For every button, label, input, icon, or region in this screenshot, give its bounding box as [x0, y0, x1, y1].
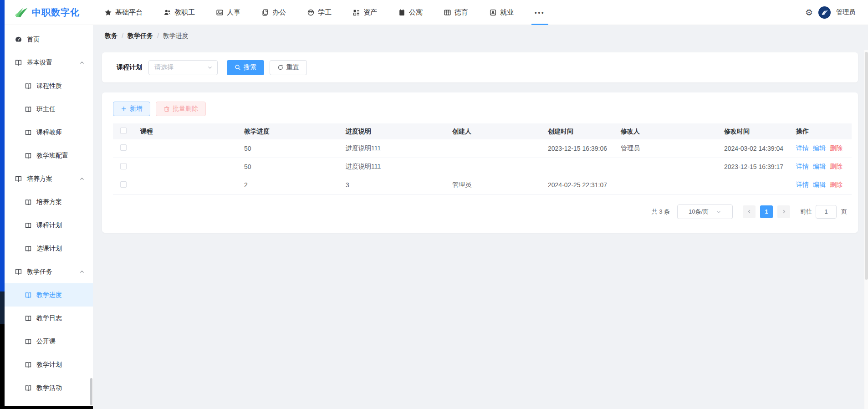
detail-link[interactable]: 详情 [796, 181, 809, 188]
sidebar-item-label: 基本设置 [27, 59, 52, 67]
sidebar-item-培养方案[interactable]: 培养方案 [5, 190, 93, 214]
topnav-item-picture[interactable]: 人事 [205, 0, 251, 25]
book-icon [25, 129, 32, 136]
current-user-name[interactable]: 管理员 [836, 8, 855, 16]
filter-card: 课程计划 请选择 搜索 重置 [102, 52, 858, 82]
leaf-icon [15, 6, 28, 18]
sidebar-scrollbar-thumb[interactable] [90, 378, 92, 405]
book-icon [25, 222, 32, 229]
page-size-select[interactable]: 10条/页 [677, 204, 733, 219]
goto-label: 前往 [800, 208, 812, 216]
table-cell [617, 158, 720, 176]
edit-link[interactable]: 编辑 [813, 181, 826, 188]
next-page-button[interactable] [777, 205, 790, 218]
prev-page-button[interactable] [743, 205, 756, 218]
pagination: 共 3 条 10条/页 1 前往 [113, 204, 847, 219]
breadcrumb-item[interactable]: 教务 [105, 32, 117, 40]
book-icon [15, 59, 22, 66]
sidebar-item-班主任[interactable]: 班主任 [5, 97, 93, 121]
sidebar-item-课程性质[interactable]: 课程性质 [5, 74, 93, 97]
book-icon [25, 291, 32, 299]
brand[interactable]: 中职数字化 [5, 6, 94, 19]
trash-icon [163, 106, 170, 112]
book-icon [15, 175, 22, 183]
table-cell: 管理员 [449, 176, 544, 194]
batch-delete-button[interactable]: 批量删除 [156, 102, 206, 116]
sidebar-item-label: 课程计划 [36, 221, 62, 230]
add-button[interactable]: 新增 [113, 102, 150, 116]
chevron-down-icon [716, 209, 721, 215]
sidebar-item-选课计划[interactable]: 选课计划 [5, 237, 93, 260]
sidebar-item-首页[interactable]: 首页 [5, 28, 93, 51]
row-checkbox[interactable] [120, 163, 127, 169]
sidebar: 首页基本设置课程性质班主任课程教师教学班配置培养方案培养方案课程计划选课计划教学… [5, 25, 93, 409]
row-checkbox[interactable] [120, 181, 127, 188]
row-checkbox[interactable] [120, 144, 127, 151]
table-cell: 2023-12-15 16:39:17 [720, 158, 792, 176]
topnav-item-asset-list[interactable]: 资产 [342, 0, 388, 25]
column-header: 创建人 [449, 123, 544, 139]
table-cell [449, 139, 544, 158]
sidebar-item-教学任务[interactable]: 教学任务 [5, 260, 93, 283]
reset-button[interactable]: 重置 [270, 60, 307, 75]
sidebar-item-label: 公开课 [36, 337, 56, 346]
search-button[interactable]: 搜索 [227, 60, 264, 75]
sidebar-item-课程计划[interactable]: 课程计划 [5, 214, 93, 237]
sidebar-item-教学活动[interactable]: 教学活动 [5, 376, 93, 399]
topnav-item-documents[interactable]: 办公 [251, 0, 296, 25]
sidebar-item-教学班配置[interactable]: 教学班配置 [5, 144, 93, 167]
table-toolbar: 新增 批量删除 [113, 102, 847, 116]
sidebar-item-教学进度[interactable]: 教学进度 [5, 283, 93, 307]
topnav-item-users[interactable]: 教职工 [153, 0, 205, 25]
edit-link[interactable]: 编辑 [813, 163, 826, 170]
topnav-item-badge[interactable]: 就业 [479, 0, 524, 25]
book-icon [25, 245, 32, 252]
table-cell [720, 176, 792, 194]
column-header: 操作 [792, 123, 852, 139]
gear-icon[interactable]: ⚙ [805, 8, 813, 17]
book-icon [25, 361, 32, 368]
topnav-item-more[interactable]: ••• [524, 0, 556, 25]
column-header: 教学进度 [240, 123, 342, 139]
page-size-value: 10条/页 [689, 208, 709, 216]
topnav-item-student[interactable]: 学工 [296, 0, 342, 25]
chevron-down-icon [207, 65, 213, 70]
detail-link[interactable]: 详情 [796, 163, 809, 170]
chevron-up-icon [79, 269, 85, 275]
topnav-item-label: 基础平台 [115, 8, 143, 17]
sidebar-item-教学计划[interactable]: 教学计划 [5, 353, 93, 376]
sidebar-item-公开课[interactable]: 公开课 [5, 330, 93, 353]
notebook-icon [398, 9, 406, 16]
table-header-row: 课程教学进度进度说明创建人创建时间修改人修改时间操作 [113, 123, 852, 139]
detail-link[interactable]: 详情 [796, 144, 809, 152]
sidebar-item-课程教师[interactable]: 课程教师 [5, 121, 93, 144]
table-cell: 2024-02-25 22:31:07 [544, 176, 617, 194]
topnav-item-notebook[interactable]: 公寓 [388, 0, 433, 25]
sidebar-item-基本设置[interactable]: 基本设置 [5, 51, 93, 74]
main-content: 教务/教学任务/教学进度 课程计划 请选择 搜索 [93, 25, 868, 409]
avatar[interactable] [818, 6, 831, 19]
topnav-item-star[interactable]: 基础平台 [94, 0, 153, 25]
asset-list-icon [352, 9, 360, 16]
delete-link[interactable]: 删除 [830, 163, 842, 170]
brand-title: 中职数字化 [32, 6, 80, 19]
book-icon [25, 199, 32, 206]
column-header: 进度说明 [342, 123, 449, 139]
course-plan-select[interactable]: 请选择 [148, 60, 218, 75]
delete-link[interactable]: 删除 [830, 181, 842, 188]
topnav-item-grid[interactable]: 德育 [433, 0, 479, 25]
breadcrumb-separator: / [157, 32, 159, 40]
sidebar-item-label: 培养方案 [36, 198, 62, 206]
breadcrumb-item[interactable]: 教学任务 [128, 32, 153, 40]
sidebar-bottom-bar [0, 406, 93, 409]
select-all-checkbox[interactable] [120, 128, 127, 134]
sidebar-item-培养方案[interactable]: 培养方案 [5, 167, 93, 190]
goto-page-input[interactable] [816, 205, 837, 219]
documents-icon [261, 9, 269, 16]
dashboard-icon [15, 36, 22, 43]
edit-link[interactable]: 编辑 [813, 144, 826, 152]
page-number-1[interactable]: 1 [760, 205, 773, 218]
main-scrollbar-thumb[interactable] [865, 52, 868, 280]
sidebar-item-教学日志[interactable]: 教学日志 [5, 307, 93, 330]
delete-link[interactable]: 删除 [830, 144, 842, 152]
